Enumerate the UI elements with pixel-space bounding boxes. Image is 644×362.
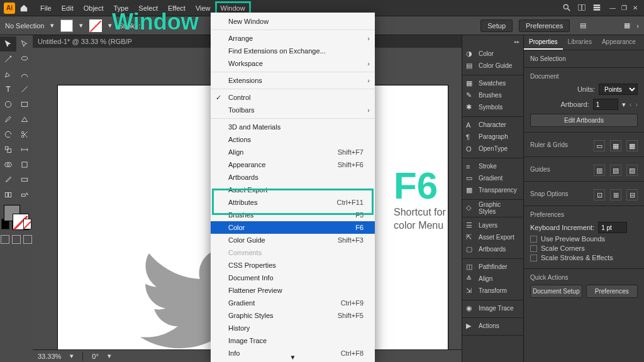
rotate-tool[interactable] bbox=[0, 127, 16, 142]
prev-artboard-icon[interactable]: ‹ bbox=[630, 101, 632, 108]
panel-graphic-styles[interactable]: ◇Graphic Styles bbox=[462, 202, 523, 214]
panel-transparency[interactable]: ▩Transparency bbox=[462, 184, 523, 196]
home-icon[interactable] bbox=[18, 2, 30, 14]
maximize-button[interactable]: ❐ bbox=[619, 4, 629, 13]
transparency-grid-icon[interactable]: ▩ bbox=[626, 140, 638, 151]
grid-icon[interactable]: ▦ bbox=[610, 140, 621, 151]
document-setup-button[interactable]: Document Setup bbox=[530, 285, 582, 298]
units-select[interactable]: Points bbox=[599, 84, 638, 95]
lasso-tool[interactable] bbox=[16, 52, 33, 67]
scale-strokes-checkbox[interactable]: Scale Strokes & Effects bbox=[530, 254, 638, 261]
panel-character[interactable]: ACharacter bbox=[462, 119, 523, 131]
ruler-icon[interactable]: ▭ bbox=[594, 140, 605, 151]
panel-swatches[interactable]: ▦Swatches bbox=[462, 77, 523, 89]
menu-edit[interactable]: Edit bbox=[57, 2, 79, 14]
menu-item-graphic-styles[interactable]: Graphic StylesShift+F5 bbox=[211, 309, 375, 322]
panel-symbols[interactable]: ✱Symbols bbox=[462, 101, 523, 113]
panel-actions[interactable]: ▶Actions bbox=[462, 320, 523, 332]
menu-item-gradient[interactable]: GradientCtrl+F9 bbox=[211, 297, 375, 309]
arrange-docs-icon[interactable] bbox=[577, 3, 586, 13]
panel-artboards[interactable]: ▢Artboards bbox=[462, 243, 523, 255]
menu-item-find-extensions-on-exchange-[interactable]: Find Extensions on Exchange... bbox=[211, 45, 375, 57]
menu-item-workspace[interactable]: Workspace bbox=[211, 57, 375, 70]
selection-tool[interactable] bbox=[0, 36, 16, 52]
panel-transform[interactable]: ⇲Transform bbox=[462, 285, 523, 297]
menu-item-flattener-preview[interactable]: Flattener Preview bbox=[211, 284, 375, 297]
document-setup-button[interactable]: Setup bbox=[480, 19, 513, 32]
chevron-down-icon[interactable]: ▾ bbox=[70, 352, 74, 360]
panel-align[interactable]: ≛Align bbox=[462, 273, 523, 285]
scale-tool[interactable] bbox=[0, 142, 16, 157]
gradient-tool[interactable] bbox=[16, 172, 33, 187]
menu-item-new-window[interactable]: New Window bbox=[211, 15, 375, 28]
minimize-button[interactable]: — bbox=[608, 4, 618, 13]
stroke-swatch[interactable] bbox=[89, 19, 102, 32]
preferences-button[interactable]: Preferences bbox=[586, 285, 638, 298]
menu-file[interactable]: File bbox=[35, 2, 57, 14]
menu-item-artboards[interactable]: Artboards bbox=[211, 171, 375, 184]
panel-brushes[interactable]: ✎Brushes bbox=[462, 89, 523, 101]
direct-selection-tool[interactable] bbox=[16, 36, 33, 52]
menu-item-css-properties[interactable]: CSS Properties bbox=[211, 259, 375, 272]
preferences-button[interactable]: Preferences bbox=[519, 19, 570, 32]
snap-pixel-icon[interactable]: ⊟ bbox=[626, 189, 638, 200]
rectangle-tool[interactable] bbox=[16, 97, 33, 112]
ellipse-tool[interactable] bbox=[0, 97, 16, 112]
symbol-sprayer-tool[interactable] bbox=[16, 187, 33, 202]
menu-item-document-info[interactable]: Document Info bbox=[211, 272, 375, 284]
menu-item-attributes[interactable]: AttributesCtrl+F11 bbox=[211, 196, 375, 209]
search-icon[interactable] bbox=[562, 3, 571, 13]
kb-increment-input[interactable] bbox=[598, 222, 627, 233]
panel-menu-icon[interactable]: ▤ bbox=[580, 21, 586, 30]
menu-item-arrange[interactable]: Arrange bbox=[211, 32, 375, 45]
menu-item-3d-and-materials[interactable]: 3D and Materials bbox=[211, 121, 375, 133]
rotate-value[interactable]: 0° bbox=[92, 353, 99, 360]
panel-opentype[interactable]: OOpenType bbox=[462, 143, 523, 155]
artboard-input[interactable] bbox=[593, 99, 618, 110]
menu-item-align[interactable]: AlignShift+F7 bbox=[211, 146, 375, 158]
width-tool[interactable] bbox=[16, 142, 33, 157]
chevron-down-icon[interactable]: ▾ bbox=[622, 101, 626, 109]
free-transform-tool[interactable] bbox=[16, 157, 33, 172]
paintbrush-tool[interactable] bbox=[0, 112, 16, 127]
panel-pathfinder[interactable]: ◫Pathfinder bbox=[462, 261, 523, 273]
panel-asset-export[interactable]: ⇱Asset Export bbox=[462, 231, 523, 243]
line-tool[interactable] bbox=[16, 82, 33, 97]
align-icon[interactable]: ▦ bbox=[624, 21, 630, 30]
scroll-down-icon[interactable]: ▼ bbox=[290, 354, 296, 361]
tab-properties[interactable]: Properties bbox=[524, 35, 563, 50]
menu-item-asset-export[interactable]: Asset Export bbox=[211, 184, 375, 196]
panel-layers[interactable]: ☰Layers bbox=[462, 219, 523, 231]
menu-item-extensions[interactable]: Extensions bbox=[211, 74, 375, 87]
menu-item-color-guide[interactable]: Color GuideShift+F3 bbox=[211, 234, 375, 246]
menu-item-control[interactable]: ✓Control bbox=[211, 91, 375, 104]
menu-item-color[interactable]: ColorF6 bbox=[211, 221, 375, 234]
panel-stroke[interactable]: ≡Stroke bbox=[462, 160, 523, 172]
fill-swatch[interactable] bbox=[60, 19, 73, 32]
next-artboard-icon[interactable]: › bbox=[635, 101, 638, 108]
shape-builder-tool[interactable] bbox=[0, 157, 16, 172]
snap-grid-icon[interactable]: ⊞ bbox=[610, 189, 621, 200]
edit-artboards-button[interactable]: Edit Artboards bbox=[530, 114, 638, 127]
workspace-icon[interactable] bbox=[592, 3, 601, 13]
panel-color-guide[interactable]: ▤Color Guide bbox=[462, 60, 523, 72]
scissors-tool[interactable] bbox=[16, 127, 33, 142]
menu-object[interactable]: Object bbox=[79, 2, 109, 14]
pen-tool[interactable] bbox=[0, 67, 16, 82]
guides-show-icon[interactable]: ▥ bbox=[594, 165, 605, 176]
panel-gradient[interactable]: ▭Gradient bbox=[462, 172, 523, 184]
zoom-level[interactable]: 33.33% bbox=[38, 353, 61, 360]
expand-panels-icon[interactable]: ▸▸ bbox=[514, 39, 519, 45]
close-button[interactable]: ✕ bbox=[630, 4, 640, 13]
eyedropper-tool[interactable] bbox=[0, 172, 16, 187]
menu-item-appearance[interactable]: AppearanceShift+F6 bbox=[211, 158, 375, 171]
snap-point-icon[interactable]: ⊡ bbox=[594, 189, 605, 200]
menu-item-history[interactable]: History bbox=[211, 322, 375, 334]
type-tool[interactable] bbox=[0, 82, 16, 97]
guides-lock-icon[interactable]: ▧ bbox=[610, 165, 621, 176]
chevron-down-icon[interactable]: ▾ bbox=[79, 21, 83, 30]
guides-smart-icon[interactable]: ▨ bbox=[626, 165, 638, 176]
none-mode-icon[interactable] bbox=[23, 219, 31, 229]
scale-corners-checkbox[interactable]: Scale Corners bbox=[530, 244, 638, 252]
panel-paragraph[interactable]: ¶Paragraph bbox=[462, 131, 523, 143]
